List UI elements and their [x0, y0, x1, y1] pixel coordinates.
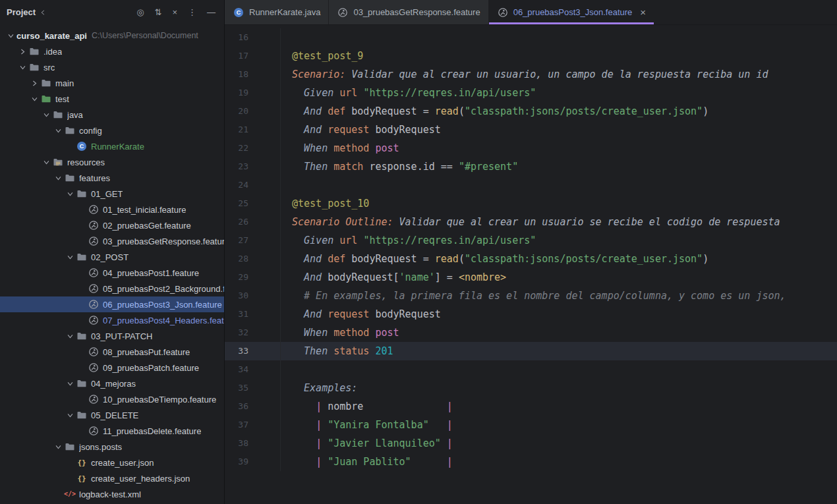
tree-item-10-pruebasdetiempo-feature[interactable]: 10_pruebasDeTiempo.feature [0, 391, 224, 407]
tree-item-11-pruebasdelete-feature[interactable]: 11_pruebasDelete.feature [0, 423, 224, 439]
tree-item-resources[interactable]: resources [0, 154, 224, 170]
chevron-down-icon[interactable] [29, 94, 40, 104]
chevron-down-icon[interactable] [41, 157, 52, 167]
line-number[interactable]: 26 [225, 213, 281, 231]
tree-item-logback-test-xml[interactable]: </>logback-test.xml [0, 486, 224, 502]
line-number[interactable]: 23 [225, 157, 281, 176]
select-opened-file-icon[interactable]: ◎ [136, 8, 144, 16]
tree-item-08-pruebasput-feature[interactable]: 08_pruebasPut.feature [0, 344, 224, 360]
tree-item-create-user-json[interactable]: {}create_user.json [0, 455, 224, 470]
tree-item-config[interactable]: config [0, 123, 224, 138]
project-view-selector[interactable]: Project [7, 7, 47, 18]
tree-item-06-pruebaspost3-json-feature[interactable]: 06_pruebasPost3_Json.feature [0, 296, 224, 312]
line-number[interactable]: 27 [225, 231, 281, 250]
code-text[interactable]: When method post [281, 139, 399, 157]
chevron-right-icon[interactable] [17, 46, 28, 57]
tree-item-jsons-posts[interactable]: jsons.posts [0, 439, 224, 455]
tree-item-01-test-inicial-feature[interactable]: 01_test_inicial.feature [0, 202, 224, 217]
line-number[interactable]: 16 [225, 28, 281, 47]
code-text[interactable]: @test_post_10 [281, 194, 369, 213]
close-icon[interactable]: × [640, 7, 646, 17]
code-text[interactable]: And request bodyRequest [281, 305, 441, 323]
line-number[interactable]: 19 [225, 84, 281, 102]
code-text[interactable]: And request bodyRequest [281, 121, 441, 139]
tree-item-curso-karate-api[interactable]: curso_karate_apiC:\Users\Personal\Docume… [0, 28, 224, 43]
tree-item-04-pruebaspost1-feature[interactable]: 04_pruebasPost1.feature [0, 265, 224, 281]
tree-item-02-post[interactable]: 02_POST [0, 249, 224, 265]
tree-item-02-pruebasget-feature[interactable]: 02_pruebasGet.feature [0, 217, 224, 233]
tab-06-pruebaspost3-json-feature[interactable]: 06_pruebasPost3_Json.feature× [489, 0, 654, 24]
chevron-down-icon[interactable] [65, 410, 76, 420]
line-number[interactable]: 22 [225, 139, 281, 157]
code-text[interactable]: Given url "https://reqres.in/api/users" [281, 231, 536, 250]
code-text[interactable]: Examples: [281, 379, 357, 397]
chevron-down-icon[interactable] [65, 331, 76, 341]
code-text[interactable]: And def bodyRequest = read("classpath:js… [281, 250, 708, 268]
line-number[interactable]: 36 [225, 397, 281, 416]
code-text[interactable]: And def bodyRequest = read("classpath:js… [281, 102, 708, 121]
line-number[interactable]: 38 [225, 434, 281, 453]
code-text[interactable]: And bodyRequest['name'] = <nombre> [281, 268, 506, 287]
tab-runnerkarate-java[interactable]: CRunnerKarate.java [225, 0, 329, 24]
editor[interactable]: 1617@test_post_918Scenario: Validar que … [225, 25, 837, 504]
more-options-icon[interactable]: ⋮ [188, 8, 196, 16]
line-number[interactable]: 35 [225, 379, 281, 397]
tab-03-pruebasgetresponse-feature[interactable]: 03_pruebasGetResponse.feature [329, 0, 488, 24]
tree-item-main[interactable]: main [0, 75, 224, 91]
chevron-down-icon[interactable] [5, 30, 16, 41]
chevron-down-icon[interactable] [17, 62, 28, 72]
tree-item-04-mejoras[interactable]: 04_mejoras [0, 376, 224, 391]
line-number[interactable]: 32 [225, 323, 281, 342]
tree-item-runnerkarate[interactable]: CRunnerKarate [0, 138, 224, 154]
code-text[interactable]: Given url "https://reqres.in/api/users" [281, 84, 536, 102]
code-text[interactable]: # En examples, la primera fila es el nom… [281, 287, 786, 305]
tree-item-java[interactable]: java [0, 107, 224, 123]
line-number[interactable]: 20 [225, 102, 281, 121]
tree-item-test[interactable]: test [0, 91, 224, 107]
tree-item-07-pruebaspost4-headers-feature[interactable]: 07_pruebasPost4_Headers.feature [0, 312, 224, 328]
line-number[interactable]: 25 [225, 194, 281, 213]
code-text[interactable] [281, 28, 292, 47]
code-text[interactable] [281, 360, 292, 379]
chevron-right-icon[interactable] [29, 78, 40, 88]
chevron-down-icon[interactable] [53, 173, 64, 183]
hide-panel-icon[interactable]: — [207, 8, 216, 16]
chevron-down-icon[interactable] [53, 125, 64, 136]
code-text[interactable]: Scenario Outline: Validar que al crear u… [281, 213, 780, 231]
line-number[interactable]: 37 [225, 416, 281, 434]
tree-item-09-pruebaspatch-feature[interactable]: 09_pruebasPatch.feature [0, 360, 224, 376]
tree-item-05-delete[interactable]: 05_DELETE [0, 407, 224, 423]
tree-item-03-put-patch[interactable]: 03_PUT-PATCH [0, 328, 224, 344]
tree-item-create-user-headers-json[interactable]: {}create_user_headers.json [0, 470, 224, 486]
code-text[interactable]: Then status 201 [281, 342, 393, 360]
code-text[interactable] [281, 176, 292, 194]
tree-item-05-pruebaspost2-background-feature[interactable]: 05_pruebasPost2_Background.feature [0, 281, 224, 296]
tree-item-idea[interactable]: .idea [0, 43, 224, 59]
chevron-down-icon[interactable] [41, 109, 52, 120]
line-number[interactable]: 29 [225, 268, 281, 287]
chevron-down-icon[interactable] [65, 188, 76, 199]
chevron-down-icon[interactable] [53, 441, 64, 452]
tree-item-03-pruebasgetresponse-feature[interactable]: 03_pruebasGetResponse.feature [0, 233, 224, 249]
chevron-down-icon[interactable] [65, 252, 76, 262]
line-number[interactable]: 39 [225, 453, 281, 471]
line-number[interactable]: 34 [225, 360, 281, 379]
code-text[interactable]: Scenario: Validar que al crear un usuari… [281, 65, 768, 84]
line-number[interactable]: 17 [225, 47, 281, 65]
code-text[interactable]: | "Juan Pablito" | [281, 453, 453, 471]
line-number[interactable]: 21 [225, 121, 281, 139]
code-text[interactable]: | "Javier Llanquileo" | [281, 434, 453, 453]
line-number[interactable]: 30 [225, 287, 281, 305]
code-text[interactable]: When method post [281, 323, 399, 342]
expand-collapse-icon[interactable]: ⇅ [155, 8, 162, 16]
line-number[interactable]: 18 [225, 65, 281, 84]
line-number[interactable]: 33 [225, 342, 281, 360]
chevron-down-icon[interactable] [65, 378, 76, 389]
tree-item-features[interactable]: features [0, 170, 224, 186]
tree-item-01-get[interactable]: 01_GET [0, 186, 224, 202]
code-text[interactable]: | nombre | [281, 397, 453, 416]
line-number[interactable]: 28 [225, 250, 281, 268]
collapse-all-icon[interactable]: × [172, 8, 177, 16]
line-number[interactable]: 24 [225, 176, 281, 194]
code-text[interactable]: | "Yanira Fontalba" | [281, 416, 453, 434]
